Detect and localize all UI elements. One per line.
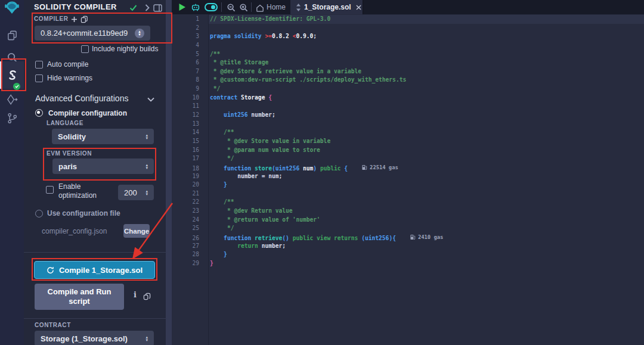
line-number[interactable]: 20	[172, 181, 199, 189]
line-number[interactable]: 5	[172, 50, 199, 59]
line-number[interactable]: 2	[172, 24, 199, 33]
add-icon[interactable]	[70, 15, 78, 23]
compiler-version-select[interactable]: 0.8.24+commit.e11b9ed9 ▲▼	[35, 26, 150, 41]
line-number[interactable]: 1	[172, 15, 199, 24]
line-number[interactable]: 8	[172, 76, 199, 85]
tab-home[interactable]: Home	[267, 3, 286, 11]
code-editor[interactable]: 1// SPDX-License-Identifier: GPL-3.023pr…	[172, 14, 644, 345]
code-text: * @title Storage	[210, 58, 268, 67]
line-number[interactable]: 14	[172, 128, 199, 137]
line-number[interactable]: 10	[172, 94, 199, 102]
line-number[interactable]: 4	[172, 41, 199, 50]
code-line[interactable]: 6 * @title Storage	[172, 58, 644, 67]
toggle-icon[interactable]	[205, 2, 218, 12]
code-line[interactable]: 23 * @dev Return value	[172, 207, 644, 216]
code-line[interactable]: 2	[172, 24, 644, 33]
copy-icon[interactable]	[143, 292, 151, 300]
line-number[interactable]: 28	[172, 250, 199, 259]
tab-1-storage-sol[interactable]: 1_Storage.sol	[290, 0, 363, 14]
code-line[interactable]: 9 */	[172, 85, 644, 94]
code-line[interactable]: 29}	[172, 259, 644, 268]
nightly-builds-checkbox[interactable]	[81, 45, 89, 53]
line-number[interactable]: 16	[172, 146, 199, 155]
code-line[interactable]: 4	[172, 41, 644, 50]
deploy-run-icon[interactable]	[5, 93, 18, 106]
compile-button[interactable]: Compile 1_Storage.sol	[34, 261, 155, 279]
zoom-in-icon[interactable]	[239, 2, 248, 12]
code-line[interactable]: 17 */	[172, 154, 644, 163]
line-number[interactable]: 19	[172, 172, 199, 181]
line-number[interactable]: 23	[172, 207, 199, 216]
remix-logo[interactable]	[4, 1, 20, 14]
copy-file-icon[interactable]	[80, 15, 88, 23]
zoom-out-icon[interactable]	[226, 2, 236, 12]
code-line[interactable]: 20 }	[172, 181, 644, 189]
file-explorer-icon[interactable]	[5, 29, 18, 42]
line-number[interactable]: 12	[172, 111, 199, 120]
advanced-configurations-title[interactable]: Advanced Configurations	[35, 94, 128, 103]
evm-version-select[interactable]: paris ▴▾	[52, 158, 154, 174]
code-text: // SPDX-License-Identifier: GPL-3.0	[210, 15, 330, 24]
hide-warnings-checkbox[interactable]	[35, 74, 43, 82]
line-number[interactable]: 17	[172, 154, 199, 163]
git-icon[interactable]	[5, 111, 18, 125]
line-number[interactable]: 3	[172, 32, 199, 41]
line-number[interactable]: 13	[172, 120, 199, 129]
code-line[interactable]: 28 }	[172, 250, 644, 259]
code-line[interactable]: 18 function store(uint256 num) public {2…	[172, 163, 644, 172]
change-config-button[interactable]: Change	[123, 224, 150, 238]
language-stepper-icon: ▴▾	[145, 133, 148, 139]
ai-robot-icon[interactable]	[190, 2, 201, 13]
optimization-runs-input[interactable]: 200 ▴▾	[118, 185, 154, 200]
line-number[interactable]: 11	[172, 102, 199, 111]
line-number[interactable]: 25	[172, 224, 199, 233]
code-line[interactable]: 5/**	[172, 50, 644, 59]
code-line[interactable]: 26 function retrieve() public view retur…	[172, 233, 644, 242]
use-configuration-file-radio[interactable]	[35, 210, 43, 217]
code-line[interactable]: 12 uint256 number;	[172, 111, 644, 120]
code-line[interactable]: 24 * @return value of 'number'	[172, 216, 644, 225]
code-line[interactable]: 14 /**	[172, 128, 644, 137]
enable-optimization-checkbox[interactable]	[46, 186, 54, 194]
line-number[interactable]: 6	[172, 58, 199, 67]
code-line[interactable]: 21	[172, 189, 644, 198]
line-number[interactable]: 9	[172, 85, 199, 94]
line-number[interactable]: 21	[172, 189, 199, 198]
code-line[interactable]: 10contract Storage {	[172, 94, 644, 102]
code-line[interactable]: 1// SPDX-License-Identifier: GPL-3.0	[172, 15, 644, 24]
code-line[interactable]: 22 /**	[172, 198, 644, 207]
code-line[interactable]: 11	[172, 102, 644, 111]
line-number[interactable]: 27	[172, 242, 199, 251]
compiler-configuration-radio[interactable]	[35, 109, 43, 117]
language-select[interactable]: Solidity ▴▾	[52, 129, 154, 144]
panel-resizer[interactable]	[166, 0, 172, 345]
code-line[interactable]: 25 */	[172, 224, 644, 233]
code-line[interactable]: 7 * @dev Store & retrieve value in a var…	[172, 67, 644, 76]
line-number[interactable]: 24	[172, 216, 199, 225]
compile-and-run-button[interactable]: Compile and Run script	[35, 284, 124, 310]
code-line[interactable]: 3pragma solidity >=0.8.2 <0.9.0;	[172, 32, 644, 41]
code-line[interactable]: 16 * @param num value to store	[172, 146, 644, 155]
chevron-down-icon[interactable]	[146, 95, 156, 104]
chevron-right-icon[interactable]	[143, 3, 152, 13]
line-number[interactable]: 29	[172, 259, 199, 268]
code-line[interactable]: 15 * @dev Store value in variable	[172, 137, 644, 146]
code-text: number = num;	[210, 172, 282, 181]
home-icon[interactable]	[255, 3, 265, 13]
auto-compile-checkbox[interactable]	[35, 61, 43, 69]
contract-select[interactable]: Storage (1_Storage.sol) ▴▾	[35, 331, 154, 345]
info-icon[interactable]: i	[134, 290, 137, 299]
evm-version-value: paris	[58, 162, 142, 171]
code-line[interactable]: 13	[172, 120, 644, 129]
line-number[interactable]: 7	[172, 67, 199, 76]
code-line[interactable]: 19 number = num;	[172, 172, 644, 181]
play-icon[interactable]	[177, 2, 187, 12]
pin-panel-icon[interactable]	[153, 3, 162, 13]
line-number[interactable]: 15	[172, 137, 199, 146]
line-number[interactable]: 22	[172, 198, 199, 207]
code-lines[interactable]: 1// SPDX-License-Identifier: GPL-3.023pr…	[172, 15, 644, 268]
close-icon[interactable]	[356, 5, 361, 10]
code-line[interactable]: 8 * @custom:dev-run-script ./scripts/dep…	[172, 76, 644, 85]
solidity-compiler-icon[interactable]	[0, 61, 24, 89]
code-text: */	[210, 154, 234, 163]
